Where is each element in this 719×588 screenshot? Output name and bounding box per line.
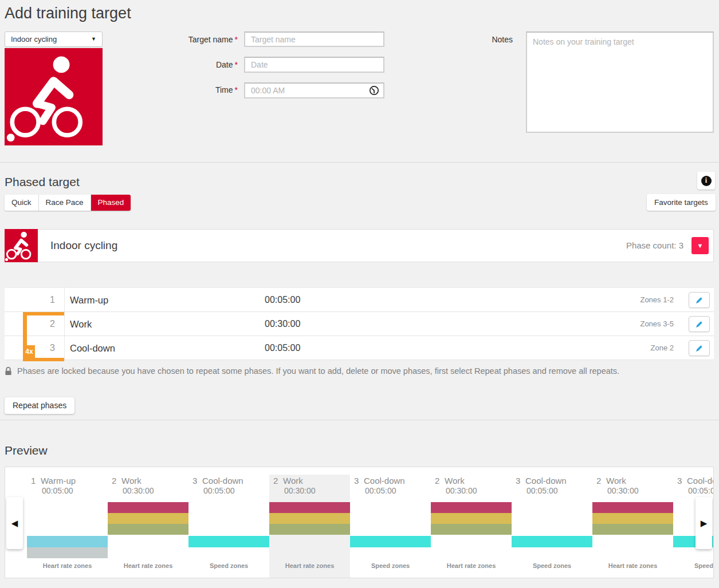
block-number: 3	[677, 476, 682, 486]
block-number: 2	[273, 476, 278, 486]
preview-panel: 1 Warm-up 00:05:00 Heart rate zones 2 Wo…	[5, 467, 714, 578]
zone-bars	[592, 502, 673, 558]
zone-bars	[188, 502, 269, 558]
preview-block-cooldown: 3 Cool-down 00:05:00 Speed zones	[188, 475, 269, 578]
required-asterisk: *	[235, 35, 238, 44]
zone-type-label: Heart rate zones	[27, 562, 108, 569]
block-name: Work	[121, 476, 142, 486]
preview-scroll-right-button[interactable]: ▶	[696, 497, 712, 549]
block-time: 00:05:00	[365, 486, 396, 495]
preview-scroll-left-button[interactable]: ◀	[6, 497, 23, 549]
lock-message-row: Phases are locked because you have chose…	[5, 366, 619, 376]
block-number: 1	[31, 476, 36, 486]
zone-type-label: Speed zones	[512, 562, 592, 569]
info-icon: i	[701, 176, 712, 186]
preview-block-work: 2 Work 00:30:00 Heart rate zones	[592, 475, 673, 578]
date-label: Date*	[143, 60, 238, 69]
left-arrow-icon: ◀	[11, 518, 18, 528]
block-name: Cool-down	[525, 476, 567, 486]
phased-target-heading: Phased target	[5, 175, 80, 189]
phase-zones: Zones 1-2	[640, 288, 674, 312]
block-name: Work	[606, 476, 626, 486]
hr-zone5-band	[431, 502, 512, 513]
block-name: Cool-down	[364, 476, 405, 486]
zone-type-label: Heart rate zones	[431, 562, 512, 569]
date-input[interactable]	[244, 57, 384, 73]
hr-zone3-band	[431, 524, 512, 535]
block-name: Cool-down	[687, 476, 714, 486]
zone-type-label: Speed zones	[350, 562, 431, 569]
phase-count-label: Phase count: 3	[626, 230, 683, 262]
phase-list: 1 Warm-up 00:05:00 Zones 1-2 2 Work 00:3…	[5, 287, 714, 360]
block-name: Work	[445, 476, 465, 486]
phase-row-1: 1 Warm-up 00:05:00 Zones 1-2	[5, 288, 714, 312]
tab-quick[interactable]: Quick	[5, 195, 39, 211]
block-number: 3	[516, 476, 520, 486]
block-number: 3	[354, 476, 359, 486]
phase-name: Work	[70, 312, 92, 336]
tab-phased[interactable]: Phased	[91, 195, 131, 211]
phase-count-dropdown-button[interactable]: ▼	[692, 237, 709, 254]
tab-race-pace[interactable]: Race Pace	[39, 195, 91, 211]
hr-zone4-band	[431, 513, 512, 524]
target-name-label: Target name*	[143, 35, 238, 44]
pencil-icon	[694, 344, 704, 353]
preview-heading: Preview	[5, 444, 48, 457]
sport-summary-row: Indoor cycling Phase count: 3 ▼	[38, 229, 714, 262]
section-divider	[0, 420, 719, 420]
column-divider	[64, 336, 65, 360]
phase-zones: Zone 2	[651, 336, 674, 360]
phase-row-3: 3 Cool-down 00:05:00 Zone 2	[5, 336, 714, 360]
sport-select[interactable]: Indoor cycling ▼	[5, 31, 103, 47]
block-time: 00:05:00	[42, 486, 73, 495]
block-time: 00:05:00	[527, 486, 558, 495]
hr-zone1-band	[27, 547, 108, 558]
preview-block-work: 2 Work 00:30:00 Heart rate zones	[431, 475, 512, 578]
speed-zone-band	[188, 536, 269, 547]
hr-zone5-band	[108, 502, 188, 513]
zone-bars	[350, 502, 431, 558]
phase-duration: 00:30:00	[265, 312, 300, 336]
phase-zones: Zones 3-5	[640, 312, 674, 336]
preview-block-work: 2 Work 00:30:00 Heart rate zones	[108, 475, 188, 578]
repeat-phases-button[interactable]: Repeat phases	[5, 397, 74, 414]
edit-phase-button[interactable]	[689, 316, 710, 332]
zone-type-label: Heart rate zones	[592, 562, 673, 569]
block-number: 2	[435, 476, 439, 486]
favorite-targets-button[interactable]: Favorite targets	[647, 194, 716, 211]
preview-block-warmup: 1 Warm-up 00:05:00 Heart rate zones	[27, 475, 108, 578]
page-title: Add training target	[5, 5, 131, 22]
hr-zone5-band	[269, 502, 350, 513]
phase-number: 2	[5, 312, 55, 336]
edit-phase-button[interactable]	[689, 292, 710, 308]
notes-label: Notes	[447, 35, 513, 44]
zone-type-label: Heart rate zones	[108, 562, 188, 569]
hr-zone4-band	[269, 513, 350, 524]
block-time: 00:30:00	[446, 486, 477, 495]
phase-name: Warm-up	[70, 288, 108, 312]
column-divider	[64, 312, 65, 336]
phase-number: 1	[5, 288, 55, 312]
hr-zone3-band	[592, 524, 673, 535]
preview-block-cooldown: 3 Cool-down 00:05:00 Speed zones	[512, 475, 592, 578]
block-time: 00:30:00	[284, 486, 316, 495]
edit-phase-button[interactable]	[689, 340, 710, 356]
preview-block-cooldown: 3 Cool-down 00:05:00 Speed zones	[350, 475, 431, 578]
target-name-input[interactable]	[244, 31, 384, 47]
sport-row-title: Indoor cycling	[50, 230, 117, 262]
hr-zone4-band	[108, 513, 188, 524]
preview-block-work-selected[interactable]: 2 Work 00:30:00 Heart rate zones	[269, 475, 350, 578]
info-button[interactable]: i	[697, 172, 715, 190]
hr-zone5-band	[592, 502, 673, 513]
block-name: Warm-up	[41, 476, 76, 486]
notes-textarea[interactable]	[526, 31, 714, 133]
lock-message: Phases are locked because you have chose…	[17, 366, 619, 376]
phase-duration: 00:05:00	[265, 336, 300, 360]
time-input[interactable]	[244, 82, 384, 98]
indoor-cycling-icon	[5, 48, 103, 145]
column-divider	[64, 288, 65, 311]
hr-zone2-band	[27, 536, 108, 547]
required-asterisk: *	[235, 85, 238, 94]
phase-name: Cool-down	[70, 336, 115, 360]
right-arrow-icon: ▶	[701, 518, 708, 528]
